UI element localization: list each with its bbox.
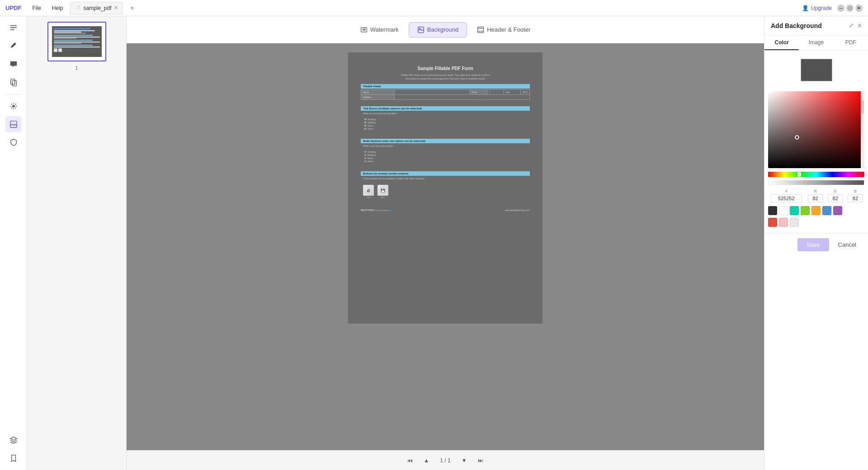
svg-rect-3 — [10, 79, 14, 85]
list-item: Other — [364, 160, 526, 163]
list-item: Walking — [364, 121, 526, 124]
menu-help[interactable]: Help — [48, 4, 67, 12]
cancel-button[interactable]: Cancel — [833, 238, 862, 251]
b-label: B — [854, 189, 857, 193]
pdf-page-1: Sample Fillable PDF Form Fillable PDF fo… — [348, 52, 542, 324]
pdf-footer: BEATTIESWorld of Printing 🌐 www.worldofp… — [361, 209, 530, 212]
minimize-button[interactable]: ─ — [837, 5, 844, 12]
pdf-save-button: 💾 Save — [377, 185, 388, 198]
r-label: R — [814, 189, 817, 193]
pdf-footer-url: www.worldofprinting.com — [505, 209, 530, 212]
color-swatches-row2 — [768, 218, 864, 227]
sidebar-icon-edit[interactable] — [5, 38, 22, 54]
g-input-group: G — [826, 189, 844, 202]
sidebar-icon-pages[interactable] — [5, 74, 22, 90]
background-label: Background — [427, 26, 458, 33]
panel-close-button[interactable]: × — [858, 22, 862, 30]
sidebar-icon-home[interactable] — [5, 20, 22, 36]
color-picker-area[interactable]: # R G B — [764, 88, 868, 233]
pdf-subtitle: Fillable PDF forms can be customised to … — [361, 74, 530, 80]
tab-color[interactable]: Color — [764, 36, 799, 50]
hex-input-group: # — [768, 189, 804, 202]
list-item: Music — [364, 124, 526, 127]
r-input[interactable] — [808, 194, 823, 202]
sidebar-icon-layers[interactable] — [5, 432, 22, 448]
swatch-light-gray[interactable] — [790, 218, 799, 227]
tab-label: sample_pdf — [83, 5, 111, 11]
page-info: 1 / 1 — [436, 457, 454, 464]
svg-rect-10 — [478, 27, 484, 33]
pdf-action-buttons: 🖨 Print 💾 Save — [361, 183, 530, 200]
pdf-section-tick-header: Tick Boxes (multiple options can be sele… — [361, 106, 530, 111]
content-area: Watermark Background Header & Footer — [127, 16, 764, 470]
last-page-button[interactable]: ⏭ — [474, 454, 487, 467]
alpha-slider[interactable] — [768, 180, 864, 185]
swatch-blue[interactable] — [822, 206, 831, 215]
panel-footer: Save Cancel — [764, 233, 868, 256]
sidebar-icon-tools[interactable] — [5, 98, 22, 114]
b-input-group: B — [846, 189, 864, 202]
print-icon: 🖨 — [363, 185, 374, 196]
save-icon: 💾 — [377, 185, 388, 196]
panel-title: Add Background — [771, 22, 822, 29]
tab-sample-pdf[interactable]: 📄 sample_pdf ✕ — [70, 2, 123, 14]
list-item: Reading — [364, 118, 526, 121]
pdf-viewer[interactable]: Sample Fillable PDF Form Fillable PDF fo… — [127, 43, 764, 450]
gradient-scrollbar[interactable] — [861, 91, 864, 168]
b-input[interactable] — [848, 194, 863, 202]
svg-rect-4 — [12, 80, 16, 86]
g-input[interactable] — [828, 194, 843, 202]
hue-thumb — [797, 172, 802, 177]
maximize-button[interactable]: □ — [846, 5, 854, 12]
swatch-pink[interactable] — [768, 218, 777, 227]
pdf-section-fillable: Fillable Fields Name Date 1 Jan 2012 Add… — [361, 84, 530, 100]
svg-rect-6 — [10, 121, 16, 127]
hue-slider[interactable] — [768, 172, 864, 177]
swatch-white[interactable] — [779, 206, 788, 215]
upgrade-button[interactable]: 👤 Upgrade — [802, 5, 832, 11]
r-input-group: R — [806, 189, 824, 202]
swatch-light-pink[interactable] — [779, 218, 788, 227]
pdf-fillable-table: Name Date 1 Jan 2012 Address — [361, 89, 530, 100]
prev-page-button[interactable]: ▲ — [420, 454, 433, 467]
gradient-scroll-thumb[interactable] — [861, 100, 864, 114]
next-page-button[interactable]: ▼ — [458, 454, 471, 467]
sidebar-icon-comment[interactable] — [5, 56, 22, 72]
swatch-teal[interactable] — [790, 206, 799, 215]
sidebar-icon-security[interactable] — [5, 134, 22, 150]
sidebar-icon-background[interactable] — [5, 116, 22, 132]
sidebar-divider-1 — [7, 94, 20, 94]
color-preview-container — [764, 51, 868, 88]
hex-input[interactable] — [770, 194, 802, 202]
navigation-bar: ⏮ ▲ 1 / 1 ▼ ⏭ — [127, 450, 764, 470]
main-toolbar: Watermark Background Header & Footer — [127, 16, 764, 43]
sidebar-icon-bookmark[interactable] — [5, 450, 22, 466]
swatch-dark[interactable] — [768, 206, 777, 215]
background-button[interactable]: Background — [409, 22, 467, 38]
pdf-section-tickboxes: Tick Boxes (multiple options can be sele… — [361, 106, 530, 132]
tab-pdf[interactable]: PDF — [834, 36, 868, 50]
list-item: Reading — [364, 150, 526, 153]
first-page-button[interactable]: ⏮ — [404, 454, 416, 467]
color-gradient-picker[interactable] — [768, 91, 864, 168]
gradient-dark — [768, 91, 864, 168]
panel-expand-icon[interactable]: ⤢ — [849, 22, 854, 30]
header-footer-button[interactable]: Header & Footer — [469, 23, 538, 37]
close-button[interactable]: ✕ — [855, 5, 863, 12]
page-thumbnail-1[interactable] — [47, 22, 106, 61]
watermark-label: Watermark — [370, 26, 399, 33]
menu-file[interactable]: File — [28, 4, 44, 12]
svg-rect-0 — [10, 25, 16, 26]
titlebar-right: 👤 Upgrade ─ □ ✕ — [802, 5, 863, 12]
swatch-purple[interactable] — [833, 206, 842, 215]
tab-image[interactable]: Image — [799, 36, 833, 50]
pdf-radio-list: Reading Walking Music Other — [361, 149, 530, 165]
upgrade-label: Upgrade — [811, 5, 832, 11]
page-number-thumbnail: 1 — [75, 65, 78, 70]
swatch-yellow[interactable] — [811, 206, 821, 215]
tab-close-icon[interactable]: ✕ — [114, 5, 118, 11]
watermark-button[interactable]: Watermark — [352, 23, 407, 37]
save-button[interactable]: Save — [797, 238, 829, 251]
new-tab-button[interactable]: + — [127, 3, 137, 14]
swatch-green[interactable] — [801, 206, 810, 215]
